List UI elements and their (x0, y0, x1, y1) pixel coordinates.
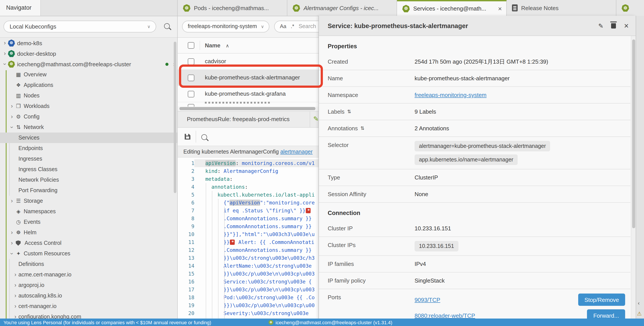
sidebar-item-label: Network Policies (18, 177, 59, 183)
match-case-toggle[interactable]: Aa (280, 21, 286, 32)
app-tab[interactable]: ☸ Pods - icecheng@mathmas... (178, 0, 287, 16)
sidebar-item[interactable]: › ☸ Config › (0, 112, 177, 122)
chevron-right-icon[interactable]: › (2, 50, 8, 56)
sidebar-item[interactable]: › ☸ Network Policies › (0, 175, 177, 185)
sidebar-item[interactable]: › ☸ Ingress Classes › (0, 164, 177, 175)
app-tab[interactable]: ☸ (616, 0, 644, 16)
line-number: 13 (178, 254, 194, 262)
sidebar-item[interactable]: › ☸ Access Control › (0, 238, 177, 248)
chevron-right-icon[interactable]: › (9, 103, 15, 109)
name-column-header[interactable]: Name∧ (205, 38, 229, 54)
detail-row: Name⇅ kube-prometheus-stack-alertmanager… (319, 70, 630, 87)
chevron-right-icon[interactable]: › (12, 272, 18, 278)
sidebar-item[interactable]: › ☸ Events › (0, 217, 177, 227)
chevron-right-icon[interactable]: › (9, 114, 15, 120)
chevron-right-icon[interactable]: › (12, 303, 18, 309)
detail-value: alertmanager=kube-prometheus-stack-alert… (414, 141, 625, 165)
drawer-body: Properties Created⇅ 254d 17h 50m ago (20… (319, 36, 630, 326)
line-number: 4 (178, 183, 194, 191)
sidebar-item[interactable]: › ☸ docker-desktop › (0, 48, 177, 59)
edit-pencil-icon[interactable]: ✎ (313, 115, 319, 123)
chevron-right-icon[interactable]: › (2, 61, 8, 67)
app-tab[interactable]: ☸ Alertmanager Configs - icec... (287, 0, 397, 16)
sort-arrows-icon[interactable]: ⇅ (360, 124, 364, 132)
edit-pencil-icon[interactable]: ✎ (598, 22, 604, 29)
navigator-sidebar: Local Kubeconfigs ∨ › ☸ demo-k8s (0, 16, 178, 318)
select-all-checkbox[interactable] (188, 42, 194, 49)
row-checkbox[interactable] (188, 91, 194, 98)
service-details-drawer: Service: kube-prometheus-stack-alertmana… (318, 16, 636, 326)
code-token: {" (205, 200, 230, 206)
chevron-right-icon[interactable]: › (12, 282, 18, 288)
chevron-right-icon[interactable]: › (2, 40, 8, 46)
sidebar-item-label: Services (18, 135, 40, 141)
code-token: : (230, 176, 233, 182)
detail-row: Cluster IPs⇅ 10.233.16.151 (319, 237, 630, 256)
sidebar-item[interactable]: › ☸ Overview › (0, 69, 177, 80)
sidebar-item[interactable]: › ☸ Storage › (0, 196, 177, 206)
drawer-scrollbar[interactable] (631, 36, 636, 326)
app-tab[interactable]: ☸ Services - icecheng@math... × (397, 0, 507, 16)
sidebar-item[interactable]: › ☸ Ingresses › (0, 154, 177, 164)
sidebar-item[interactable]: › ☸ Endpoints › (0, 143, 177, 154)
kubeconfig-select[interactable]: Local Kubeconfigs ∨ (4, 20, 156, 32)
drawer-scrollbar-thumb[interactable] (632, 40, 635, 228)
row-checkbox[interactable] (188, 58, 194, 65)
sidebar-item[interactable]: › ☸ Services › (0, 132, 177, 143)
indent-guide (212, 191, 212, 318)
alertmanager-config-link[interactable]: alertmanager (280, 149, 312, 155)
sidebar-item-label: Ingress Classes (18, 166, 58, 172)
horizontal-scrollbar-thumb[interactable] (180, 107, 316, 110)
chevron-right-icon[interactable]: › (9, 240, 15, 246)
sidebar-item[interactable]: › ☸ Workloads › (0, 101, 177, 112)
chevron-right-icon[interactable]: › (12, 314, 18, 318)
collapse-arrow-icon[interactable]: ‹ (638, 300, 640, 306)
chevron-right-icon[interactable]: › (9, 250, 15, 257)
sidebar-item[interactable]: › ☸ Nodes › (0, 90, 177, 101)
sidebar-item-label: docker-desktop (17, 50, 56, 57)
sidebar-item[interactable]: › ☸ icecheng@mathmast.com@freeleaps-clus… (0, 59, 177, 69)
chevron-right-icon[interactable]: › (9, 230, 15, 236)
line-number: 8 (178, 214, 194, 222)
indent-guide (206, 183, 206, 318)
sidebar-item[interactable]: › ☸ Definitions › (0, 259, 177, 270)
chevron-right-icon[interactable]: › (9, 124, 15, 130)
detail-row: Labels⇅ 9 Labels 9 Labels (319, 104, 630, 120)
sidebar-item[interactable]: › ☸ autoscaling.k8s.io › (0, 290, 177, 301)
editor-search-icon[interactable] (201, 134, 207, 140)
port-action-button[interactable]: Stop/Remove (578, 294, 625, 306)
close-icon[interactable]: × (624, 22, 629, 30)
namespace-select[interactable]: freeleaps-monitoring-system ∨ (182, 20, 269, 32)
search-icon[interactable] (164, 23, 170, 29)
sidebar-item[interactable]: › ☸ acme.cert-manager.io › (0, 270, 177, 280)
line-number: 12 (178, 246, 194, 254)
sort-arrows-icon[interactable]: ⇅ (347, 108, 351, 116)
sidebar-item-label: Events (24, 219, 40, 225)
code-token: metadata (205, 176, 230, 182)
chevron-right-icon[interactable]: › (12, 293, 18, 299)
code-token: Severity:\u003c/strong\u003e (205, 310, 312, 316)
sidebar-item[interactable]: › ☸ cert-manager.io › (0, 301, 177, 312)
app-tab[interactable]: ☸ Release Notes (507, 0, 616, 16)
sidebar-item[interactable]: › ☸ configuration.konghq.com › (0, 312, 177, 318)
code-token: AlertmanagerConfig (224, 168, 278, 174)
delete-trash-icon[interactable] (611, 23, 616, 28)
tab-close-icon[interactable]: × (495, 5, 502, 12)
value-text: None (414, 191, 428, 198)
value-link[interactable]: freeleaps-monitoring-system (414, 92, 486, 98)
sidebar-item[interactable]: › ☸ Helm › (0, 227, 177, 238)
navigator-tab[interactable]: Navigator (0, 0, 41, 16)
port-link[interactable]: 9093/TCP (414, 296, 440, 304)
sidebar-item[interactable]: › ☸ Namespaces › (0, 206, 177, 217)
sidebar-item[interactable]: › ☸ Port Forwarding › (0, 185, 177, 196)
sidebar-item[interactable]: › ☸ Applications › (0, 80, 177, 90)
sidebar-item[interactable]: › ☸ Custom Resources › (0, 248, 177, 259)
sidebar-item[interactable]: › ☸ demo-k8s › (0, 38, 177, 48)
sidebar-scrollbar[interactable] (174, 42, 176, 193)
chevron-right-icon[interactable]: › (9, 198, 15, 204)
sidebar-item-label: Applications (24, 82, 53, 88)
regex-toggle[interactable]: .* (291, 21, 294, 32)
sidebar-item[interactable]: › ☸ argoproj.io › (0, 280, 177, 290)
save-icon[interactable] (185, 134, 190, 140)
sidebar-item[interactable]: › ☸ Network › (0, 122, 177, 132)
